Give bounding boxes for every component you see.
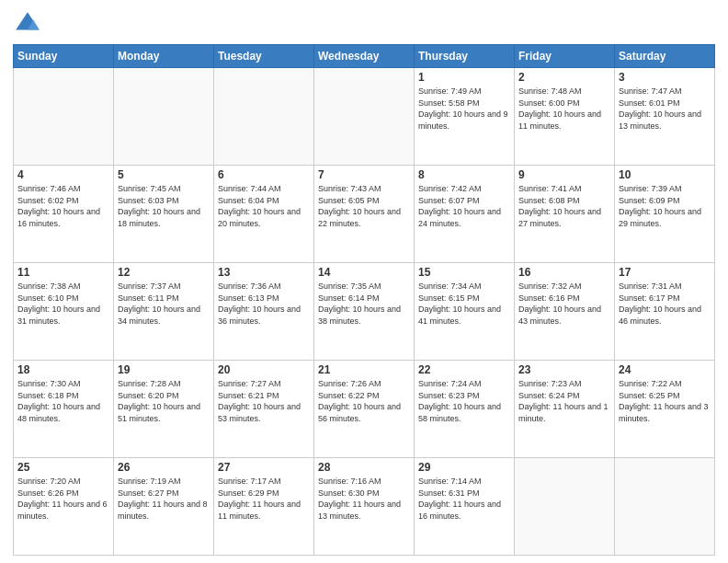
day-info: Sunrise: 7:24 AM Sunset: 6:23 PM Dayligh…	[418, 378, 510, 424]
day-info: Sunrise: 7:22 AM Sunset: 6:25 PM Dayligh…	[619, 378, 711, 424]
calendar-cell: 27Sunrise: 7:17 AM Sunset: 6:29 PM Dayli…	[214, 458, 314, 556]
day-number: 24	[619, 363, 711, 376]
calendar-cell: 9Sunrise: 7:41 AM Sunset: 6:08 PM Daylig…	[515, 166, 615, 263]
calendar-cell: 24Sunrise: 7:22 AM Sunset: 6:25 PM Dayli…	[615, 361, 715, 458]
day-info: Sunrise: 7:26 AM Sunset: 6:22 PM Dayligh…	[318, 378, 410, 424]
calendar-cell: 12Sunrise: 7:37 AM Sunset: 6:11 PM Dayli…	[114, 263, 214, 361]
calendar-cell: 26Sunrise: 7:19 AM Sunset: 6:27 PM Dayli…	[114, 458, 214, 556]
calendar-cell: 6Sunrise: 7:44 AM Sunset: 6:04 PM Daylig…	[214, 166, 314, 263]
day-info: Sunrise: 7:14 AM Sunset: 6:31 PM Dayligh…	[418, 476, 510, 522]
day-number: 6	[218, 168, 310, 181]
day-number: 9	[518, 168, 610, 181]
day-info: Sunrise: 7:43 AM Sunset: 6:05 PM Dayligh…	[318, 183, 410, 229]
day-info: Sunrise: 7:47 AM Sunset: 6:01 PM Dayligh…	[619, 86, 711, 132]
day-info: Sunrise: 7:27 AM Sunset: 6:21 PM Dayligh…	[218, 378, 310, 424]
day-number: 25	[17, 461, 109, 474]
day-number: 21	[318, 363, 410, 376]
day-number: 28	[318, 461, 410, 474]
calendar-cell: 5Sunrise: 7:45 AM Sunset: 6:03 PM Daylig…	[114, 166, 214, 263]
day-info: Sunrise: 7:16 AM Sunset: 6:30 PM Dayligh…	[318, 476, 410, 522]
day-number: 19	[118, 363, 210, 376]
day-number: 29	[418, 461, 510, 474]
calendar-day-header: Tuesday	[214, 45, 314, 68]
calendar-day-header: Friday	[515, 45, 615, 68]
day-number: 7	[318, 168, 410, 181]
day-info: Sunrise: 7:42 AM Sunset: 6:07 PM Dayligh…	[418, 183, 510, 229]
day-number: 11	[17, 266, 109, 279]
day-number: 2	[518, 71, 610, 84]
day-number: 20	[218, 363, 310, 376]
calendar-cell: 29Sunrise: 7:14 AM Sunset: 6:31 PM Dayli…	[415, 458, 515, 556]
calendar-cell: 22Sunrise: 7:24 AM Sunset: 6:23 PM Dayli…	[415, 361, 515, 458]
calendar-cell: 8Sunrise: 7:42 AM Sunset: 6:07 PM Daylig…	[415, 166, 515, 263]
logo	[13, 9, 46, 39]
calendar-cell: 28Sunrise: 7:16 AM Sunset: 6:30 PM Dayli…	[314, 458, 415, 556]
calendar-cell: 20Sunrise: 7:27 AM Sunset: 6:21 PM Dayli…	[214, 361, 314, 458]
day-number: 26	[118, 461, 210, 474]
calendar-cell: 7Sunrise: 7:43 AM Sunset: 6:05 PM Daylig…	[314, 166, 415, 263]
calendar-cell	[314, 68, 415, 166]
day-info: Sunrise: 7:17 AM Sunset: 6:29 PM Dayligh…	[218, 476, 310, 522]
calendar-cell: 18Sunrise: 7:30 AM Sunset: 6:18 PM Dayli…	[14, 361, 114, 458]
day-info: Sunrise: 7:31 AM Sunset: 6:17 PM Dayligh…	[619, 281, 711, 327]
calendar-cell: 25Sunrise: 7:20 AM Sunset: 6:26 PM Dayli…	[14, 458, 114, 556]
calendar-week-row: 11Sunrise: 7:38 AM Sunset: 6:10 PM Dayli…	[14, 263, 715, 361]
day-info: Sunrise: 7:49 AM Sunset: 5:58 PM Dayligh…	[418, 86, 510, 132]
day-number: 1	[418, 71, 510, 84]
day-number: 23	[518, 363, 610, 376]
header	[13, 9, 715, 39]
day-info: Sunrise: 7:35 AM Sunset: 6:14 PM Dayligh…	[318, 281, 410, 327]
calendar-cell: 17Sunrise: 7:31 AM Sunset: 6:17 PM Dayli…	[615, 263, 715, 361]
day-info: Sunrise: 7:36 AM Sunset: 6:13 PM Dayligh…	[218, 281, 310, 327]
day-info: Sunrise: 7:45 AM Sunset: 6:03 PM Dayligh…	[118, 183, 210, 229]
calendar-cell: 15Sunrise: 7:34 AM Sunset: 6:15 PM Dayli…	[415, 263, 515, 361]
calendar-header-row: SundayMondayTuesdayWednesdayThursdayFrid…	[14, 45, 715, 68]
day-number: 13	[218, 266, 310, 279]
calendar-cell: 1Sunrise: 7:49 AM Sunset: 5:58 PM Daylig…	[415, 68, 515, 166]
day-number: 5	[118, 168, 210, 181]
calendar-week-row: 25Sunrise: 7:20 AM Sunset: 6:26 PM Dayli…	[14, 458, 715, 556]
day-info: Sunrise: 7:20 AM Sunset: 6:26 PM Dayligh…	[17, 476, 109, 522]
day-info: Sunrise: 7:30 AM Sunset: 6:18 PM Dayligh…	[17, 378, 109, 424]
day-info: Sunrise: 7:28 AM Sunset: 6:20 PM Dayligh…	[118, 378, 210, 424]
calendar-week-row: 1Sunrise: 7:49 AM Sunset: 5:58 PM Daylig…	[14, 68, 715, 166]
day-info: Sunrise: 7:44 AM Sunset: 6:04 PM Dayligh…	[218, 183, 310, 229]
calendar-cell	[615, 458, 715, 556]
day-number: 27	[218, 461, 310, 474]
day-info: Sunrise: 7:19 AM Sunset: 6:27 PM Dayligh…	[118, 476, 210, 522]
day-number: 12	[118, 266, 210, 279]
calendar-cell: 16Sunrise: 7:32 AM Sunset: 6:16 PM Dayli…	[515, 263, 615, 361]
calendar-cell	[114, 68, 214, 166]
calendar-day-header: Wednesday	[314, 45, 415, 68]
day-info: Sunrise: 7:48 AM Sunset: 6:00 PM Dayligh…	[518, 86, 610, 132]
day-number: 22	[418, 363, 510, 376]
calendar-table: SundayMondayTuesdayWednesdayThursdayFrid…	[13, 44, 715, 556]
calendar-day-header: Sunday	[14, 45, 114, 68]
calendar-cell: 11Sunrise: 7:38 AM Sunset: 6:10 PM Dayli…	[14, 263, 114, 361]
calendar-week-row: 4Sunrise: 7:46 AM Sunset: 6:02 PM Daylig…	[14, 166, 715, 263]
calendar-day-header: Saturday	[615, 45, 715, 68]
day-number: 3	[619, 71, 711, 84]
logo-icon	[13, 9, 42, 39]
day-number: 8	[418, 168, 510, 181]
day-number: 14	[318, 266, 410, 279]
calendar-week-row: 18Sunrise: 7:30 AM Sunset: 6:18 PM Dayli…	[14, 361, 715, 458]
calendar-cell	[14, 68, 114, 166]
day-info: Sunrise: 7:37 AM Sunset: 6:11 PM Dayligh…	[118, 281, 210, 327]
calendar-cell: 23Sunrise: 7:23 AM Sunset: 6:24 PM Dayli…	[515, 361, 615, 458]
calendar-cell: 21Sunrise: 7:26 AM Sunset: 6:22 PM Dayli…	[314, 361, 415, 458]
calendar-day-header: Thursday	[415, 45, 515, 68]
calendar-cell: 4Sunrise: 7:46 AM Sunset: 6:02 PM Daylig…	[14, 166, 114, 263]
calendar-cell: 10Sunrise: 7:39 AM Sunset: 6:09 PM Dayli…	[615, 166, 715, 263]
calendar-cell: 2Sunrise: 7:48 AM Sunset: 6:00 PM Daylig…	[515, 68, 615, 166]
day-info: Sunrise: 7:32 AM Sunset: 6:16 PM Dayligh…	[518, 281, 610, 327]
calendar-cell: 14Sunrise: 7:35 AM Sunset: 6:14 PM Dayli…	[314, 263, 415, 361]
day-info: Sunrise: 7:38 AM Sunset: 6:10 PM Dayligh…	[17, 281, 109, 327]
day-number: 17	[619, 266, 711, 279]
calendar-cell: 13Sunrise: 7:36 AM Sunset: 6:13 PM Dayli…	[214, 263, 314, 361]
calendar-cell: 19Sunrise: 7:28 AM Sunset: 6:20 PM Dayli…	[114, 361, 214, 458]
day-number: 18	[17, 363, 109, 376]
calendar-cell	[515, 458, 615, 556]
day-number: 16	[518, 266, 610, 279]
page: SundayMondayTuesdayWednesdayThursdayFrid…	[0, 0, 728, 563]
